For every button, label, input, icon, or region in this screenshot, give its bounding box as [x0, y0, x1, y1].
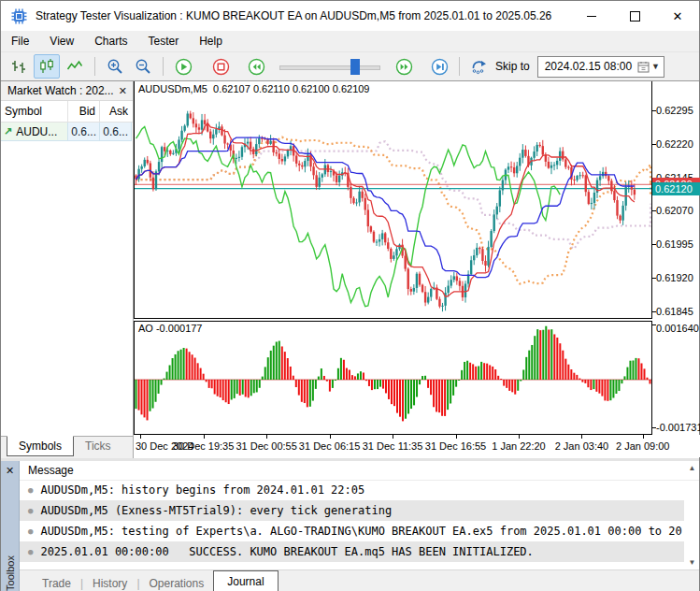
ao-tick-mark	[652, 427, 656, 428]
symbol-cell: ↗ AUDU...	[1, 123, 68, 141]
speed-slider[interactable]	[279, 59, 380, 75]
skip-to-end-icon	[431, 58, 449, 76]
ask-cell: 0.6...	[100, 123, 132, 141]
skip-to-date-field[interactable]: 2024.02.15 08:00 ▼	[537, 56, 664, 78]
bid-cell: 0.6...	[68, 123, 100, 141]
app-chip-icon	[11, 8, 27, 24]
slider-track	[279, 65, 380, 70]
chart-candles-mode-button[interactable]	[34, 54, 60, 79]
zoom-in-icon	[107, 58, 123, 75]
toolbox-close-icon[interactable]: ✕	[6, 465, 14, 477]
fast-forward-icon	[395, 58, 413, 76]
journal-row[interactable]: ●AUDUSDm,M5 (Exness-MT5Trial9): every ti…	[20, 500, 684, 521]
candlestick-chart-icon	[38, 58, 55, 75]
time-tick-label: 2 Jan 03:40	[555, 440, 609, 452]
menu-view[interactable]: View	[39, 33, 84, 50]
ao-indicator-label: AO -0.000177	[138, 323, 203, 334]
toolbar-separator	[94, 57, 95, 76]
time-tick-mark	[330, 435, 331, 439]
journal-scrollbar[interactable]: ▲ ▼	[685, 461, 699, 569]
menu-file[interactable]: File	[1, 33, 39, 50]
strategy-tester-window: Strategy Tester Visualization : KUMO BRE…	[0, 0, 700, 591]
bullet-icon: ●	[28, 547, 33, 556]
journal-panel: Message ●AUDUSDm,M5: history begins from…	[20, 461, 699, 569]
ao-canvas[interactable]	[135, 322, 651, 434]
toolbar: Skip to 2024.02.15 08:00 ▼	[1, 52, 699, 81]
time-tick-mark	[581, 435, 582, 439]
tab-symbols[interactable]: Symbols	[7, 436, 74, 456]
market-watch-titlebar: Market Watch : 202... ✕	[1, 81, 133, 101]
column-header-symbol[interactable]: Symbol	[1, 101, 68, 122]
stop-button[interactable]	[207, 54, 234, 79]
toolbar-separator	[163, 57, 164, 76]
zoom-in-button[interactable]	[102, 54, 128, 79]
menu-charts[interactable]: Charts	[84, 33, 137, 50]
toolbox-strip: ✕ Toolbox	[1, 461, 20, 591]
tab-history[interactable]: History	[83, 573, 136, 591]
play-icon	[175, 58, 193, 76]
market-watch-title: Market Watch : 202...	[7, 84, 117, 97]
time-tick-mark	[393, 435, 393, 439]
price-axis: 0.622950.622200.621450.620700.619950.619…	[652, 81, 700, 319]
symbol-name: AUDU...	[16, 125, 57, 138]
main-chart-canvas[interactable]	[135, 81, 651, 318]
bullet-icon: ●	[28, 506, 33, 515]
calendar-icon	[637, 61, 650, 73]
chart-bars-mode-button[interactable]	[6, 54, 32, 79]
journal-message-text: AUDUSDm,M5: history begins from 2024.01.…	[40, 483, 364, 497]
price-tick-label: 0.62295	[656, 105, 693, 116]
toolbox-section: ✕ Toolbox Message ●AUDUSDm,M5: history b…	[1, 458, 699, 591]
bullet-icon: ●	[28, 526, 33, 536]
ao-tick-mark	[652, 324, 656, 325]
time-tick-label: 31 Dec 00:55	[236, 440, 296, 452]
tab-operations[interactable]: Operations	[140, 573, 214, 591]
journal-row[interactable]: ●2025.01.01 00:00:00 SUCCESS. KUMO BREAK…	[20, 541, 684, 562]
scroll-down-icon[interactable]: ▼	[689, 558, 696, 567]
price-tick-label: 0.61845	[656, 306, 693, 317]
chart-ohlc-label: AUDUSDm,M5 0.62107 0.62110 0.62100 0.621…	[138, 83, 369, 94]
time-tick-mark	[266, 435, 267, 439]
maximize-button[interactable]	[613, 1, 656, 31]
time-tick-label: 31 Dec 06:15	[299, 440, 360, 452]
tab-journal[interactable]: Journal	[213, 570, 278, 591]
minimize-button[interactable]	[570, 1, 613, 31]
time-tick-mark	[140, 435, 141, 439]
menu-tester[interactable]: Tester	[137, 33, 189, 50]
main-chart[interactable]: AUDUSDm,M5 0.62107 0.62110 0.62100 0.621…	[134, 81, 652, 319]
chevron-down-icon: ▼	[651, 62, 660, 71]
market-watch-close-icon[interactable]: ✕	[117, 85, 129, 97]
bar-chart-icon	[10, 58, 27, 75]
minimize-icon	[587, 16, 596, 17]
slider-handle[interactable]	[350, 59, 360, 75]
scroll-up-icon[interactable]: ▲	[689, 464, 696, 472]
ao-indicator-pane[interactable]: AO -0.000177	[134, 321, 652, 435]
window-title: Strategy Tester Visualization : KUMO BRE…	[36, 9, 570, 22]
bullet-icon: ●	[28, 485, 33, 495]
chart-line-mode-button[interactable]	[62, 54, 88, 79]
price-tick-label: 0.62220	[656, 138, 693, 150]
fast-forward-button[interactable]	[391, 54, 417, 79]
ao-max-label: 0.001640	[656, 323, 699, 334]
close-button[interactable]: ✕	[656, 1, 699, 31]
menu-help[interactable]: Help	[189, 33, 233, 50]
rewind-button[interactable]	[243, 54, 269, 79]
column-header-ask[interactable]: Ask	[100, 101, 132, 122]
journal-row[interactable]: ●AUDUSDm,M5: history begins from 2024.01…	[20, 480, 684, 500]
toolbox-tab-bar: Trade|History|OperationsJournal	[20, 569, 699, 591]
tab-ticks[interactable]: Ticks	[74, 437, 122, 455]
skip-to-button[interactable]	[466, 54, 493, 79]
market-watch-symbol-row[interactable]: ↗ AUDU... 0.6... 0.6...	[1, 123, 133, 141]
ao-min-label: -0.001731	[656, 422, 700, 433]
journal-message-text: 2025.01.01 00:00:00 SUCCESS. KUMO BREAKO…	[40, 545, 533, 558]
toolbar-separator	[459, 57, 460, 76]
price-tick-label: 0.61995	[656, 238, 693, 250]
journal-row[interactable]: ●AUDUSDm,M5: testing of Experts\a. ALGO-…	[20, 521, 684, 541]
column-header-bid[interactable]: Bid	[68, 101, 100, 122]
skip-to-end-button[interactable]	[426, 54, 452, 79]
tab-trade[interactable]: Trade	[33, 573, 80, 591]
zoom-out-button[interactable]	[130, 54, 156, 79]
bid-price-badge: 0.62120	[652, 182, 700, 195]
play-button[interactable]	[170, 54, 196, 79]
time-tick-label: 1 Jan 22:20	[492, 440, 546, 452]
market-watch-tabs: SymbolsTicks	[1, 436, 133, 458]
